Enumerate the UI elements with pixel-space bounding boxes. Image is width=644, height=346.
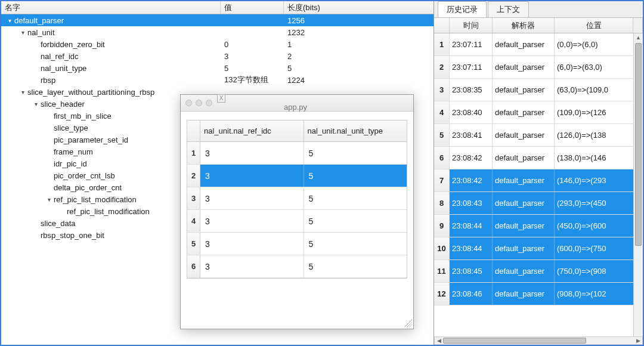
tree-row-name: forbidden_zero_bit xyxy=(41,40,105,49)
tree-row-length: 1232 xyxy=(284,28,434,37)
expand-toggle-icon[interactable]: ▾ xyxy=(19,89,26,95)
history-scrollbar-horizontal[interactable]: ◀ ▶ xyxy=(434,336,643,345)
history-row-parser: default_parser xyxy=(493,124,555,146)
hscroll-thumb[interactable] xyxy=(443,338,586,344)
popup-row-c1: 3 xyxy=(200,142,304,164)
history-header-position[interactable]: 位置 xyxy=(555,18,633,33)
history-row-position: (109,0)=>(126 xyxy=(555,101,643,123)
history-header-idx[interactable] xyxy=(434,18,450,33)
scroll-right-icon[interactable]: ▶ xyxy=(634,338,642,344)
tree-row[interactable]: forbidden_zero_bit01 xyxy=(1,38,434,50)
popup-window[interactable]: X app.py nal_unit.nal_ref_idc nal_unit.n… xyxy=(180,94,414,329)
tree-row[interactable]: ▾nal_unit1232 xyxy=(1,26,434,38)
history-row-idx: 1 xyxy=(434,33,450,55)
popup-row-idx: 4 xyxy=(187,210,200,232)
tree-row-name: rbsp xyxy=(41,76,55,85)
history-row-time: 23:07:11 xyxy=(450,56,493,78)
history-row[interactable]: 1223:08:46default_parser(908,0)=>(102 xyxy=(434,283,643,305)
tab-context[interactable]: 上下文 xyxy=(488,1,529,17)
history-row[interactable]: 723:08:42default_parser(146,0)=>(293 xyxy=(434,169,643,192)
history-row-idx: 4 xyxy=(434,101,450,123)
popup-row-c2: 5 xyxy=(304,210,407,232)
history-row[interactable]: 923:08:44default_parser(450,0)=>(600 xyxy=(434,215,643,237)
popup-thead: nal_unit.nal_ref_idc nal_unit.nal_unit_t… xyxy=(187,121,407,142)
history-row-position: (6,0)=>(63,0) xyxy=(555,56,643,78)
history-scrollbar-vertical[interactable]: ▲ ▼ xyxy=(633,33,643,345)
popup-row[interactable]: 135 xyxy=(187,142,407,165)
history-row[interactable]: 823:08:43default_parser(293,0)=>(450 xyxy=(434,192,643,215)
tree-row-name: slice_header xyxy=(41,100,85,109)
history-row[interactable]: 223:07:11default_parser(6,0)=>(63,0) xyxy=(434,56,643,79)
history-row-time: 23:08:43 xyxy=(450,192,493,214)
popup-header-idx[interactable] xyxy=(187,121,200,141)
tree-header: 名字 值 长度(bits) xyxy=(1,1,434,14)
tree-row-name: slice_layer_without_partitioning_rbsp xyxy=(27,88,154,97)
tab-history[interactable]: 历史记录 xyxy=(438,1,487,17)
history-row-parser: default_parser xyxy=(493,237,555,260)
tree-row[interactable]: rbsp132字节数组1224 xyxy=(1,74,434,86)
history-row[interactable]: 323:08:35default_parser(63,0)=>(109,0 xyxy=(434,79,643,101)
popup-row-c1: 3 xyxy=(200,255,304,277)
tree-row-length: 1256 xyxy=(284,16,434,25)
popup-row[interactable]: 635 xyxy=(187,255,407,278)
expand-toggle-icon[interactable]: ▾ xyxy=(19,29,26,36)
popup-row-idx: 3 xyxy=(187,187,200,209)
history-header-time[interactable]: 时间 xyxy=(450,18,493,33)
expand-toggle-icon[interactable]: ▾ xyxy=(32,101,39,107)
history-row-time: 23:08:46 xyxy=(450,283,493,305)
popup-header-col1[interactable]: nal_unit.nal_ref_idc xyxy=(200,121,304,141)
expand-toggle-icon[interactable]: ▾ xyxy=(45,196,52,203)
history-row-time: 23:07:11 xyxy=(450,33,493,55)
history-row[interactable]: 423:08:40default_parser(109,0)=>(126 xyxy=(434,101,643,124)
popup-titlebar[interactable]: X app.py xyxy=(181,95,413,112)
popup-row[interactable]: 435 xyxy=(187,210,407,233)
tree-row-length: 2 xyxy=(284,52,434,61)
tree-header-length[interactable]: 长度(bits) xyxy=(284,1,434,14)
minimize-icon[interactable] xyxy=(196,100,202,106)
popup-row-idx: 5 xyxy=(187,233,200,255)
history-row[interactable]: 1023:08:44default_parser(600,0)=>(750 xyxy=(434,237,643,260)
tree-header-name[interactable]: 名字 xyxy=(1,1,221,14)
expand-toggle-icon[interactable]: ▾ xyxy=(6,17,13,24)
popup-body: nal_unit.nal_ref_idc nal_unit.nal_unit_t… xyxy=(181,112,413,329)
history-header: 时间 解析器 位置 xyxy=(434,18,643,33)
tree-row[interactable]: nal_ref_idc32 xyxy=(1,50,434,62)
history-row-parser: default_parser xyxy=(493,101,555,123)
popup-row-c1: 3 xyxy=(200,187,304,209)
tree-row-name: slice_data xyxy=(41,219,76,228)
popup-row-c2: 5 xyxy=(304,233,407,255)
tree-row-length: 1224 xyxy=(284,76,434,85)
history-row-parser: default_parser xyxy=(493,215,555,237)
history-row-idx: 12 xyxy=(434,283,450,305)
history-row-time: 23:08:42 xyxy=(450,147,493,169)
history-row[interactable]: 1123:08:45default_parser(750,0)=>(908 xyxy=(434,260,643,283)
tree-row[interactable]: nal_unit_type55 xyxy=(1,62,434,74)
tree-header-value[interactable]: 值 xyxy=(221,1,284,14)
popup-row[interactable]: 335 xyxy=(187,187,407,210)
scroll-left-icon[interactable]: ◀ xyxy=(435,338,443,344)
tree-row-name: ref_pic_list_modification xyxy=(54,195,137,204)
tree-row-value: 5 xyxy=(221,64,284,73)
popup-table: nal_unit.nal_ref_idc nal_unit.nal_unit_t… xyxy=(187,120,407,279)
tree-row-value: 3 xyxy=(221,52,284,61)
history-row[interactable]: 523:08:41default_parser(126,0)=>(138 xyxy=(434,124,643,147)
tree-row-length: 1 xyxy=(284,40,434,49)
resize-handle-icon[interactable] xyxy=(404,319,412,328)
popup-header-col2[interactable]: nal_unit.nal_unit_type xyxy=(304,121,407,141)
maximize-icon[interactable] xyxy=(206,100,212,106)
history-row-idx: 2 xyxy=(434,56,450,78)
history-row-idx: 9 xyxy=(434,215,450,237)
history-row[interactable]: 623:08:42default_parser(138,0)=>(146 xyxy=(434,147,643,169)
tree-row-name: nal_unit xyxy=(27,28,55,37)
popup-row[interactable]: 235 xyxy=(187,165,407,187)
popup-row-c1: 3 xyxy=(200,210,304,232)
history-header-parser[interactable]: 解析器 xyxy=(493,18,555,33)
history-row-position: (138,0)=>(146 xyxy=(555,147,643,169)
tree-row[interactable]: ▾default_parser1256 xyxy=(1,14,434,26)
history-row[interactable]: 123:07:11default_parser(0,0)=>(6,0) xyxy=(434,33,643,56)
history-row-time: 23:08:41 xyxy=(450,124,493,146)
scroll-up-icon[interactable]: ▲ xyxy=(635,33,642,42)
close-icon[interactable] xyxy=(185,100,192,106)
popup-row[interactable]: 535 xyxy=(187,233,407,255)
scroll-thumb[interactable] xyxy=(635,43,642,246)
